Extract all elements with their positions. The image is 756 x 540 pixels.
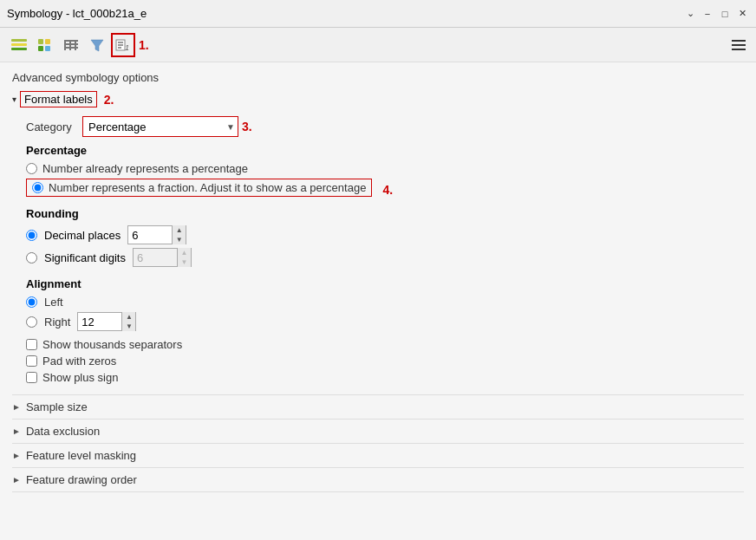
maximize-button[interactable]: □ [718,7,732,21]
percentage-title: Percentage [26,144,744,157]
categories-icon-button[interactable] [33,33,57,57]
data-exclusion-section[interactable]: ► Data exclusion [12,419,744,443]
decimal-places-row: Decimal places ▲ ▼ [12,225,744,244]
feature-drawing-label: Feature drawing order [26,473,137,486]
format-labels-toggle[interactable]: ▾ [12,94,16,104]
window-controls: ⌄ − □ ✕ [683,7,749,21]
feature-drawing-section[interactable]: ► Feature drawing order [12,467,744,492]
format-labels-section: ▾ Format labels 2. [12,91,744,107]
decimal-places-radio[interactable] [26,230,37,241]
decimal-places-input[interactable] [128,226,172,244]
hamburger-icon [732,49,746,50]
percentage-section: Percentage Number already represents a p… [26,144,744,200]
alignment-section: Alignment Left Right ▲ ▼ [26,277,744,331]
toolbar: 1 1. [0,28,756,62]
filter-icon [88,36,107,55]
feature-masking-label: Feature level masking [26,449,136,462]
significant-digits-spinbox: ▲ ▼ [133,248,192,267]
svg-rect-6 [45,46,50,51]
filter-icon-button[interactable] [85,33,109,57]
percentage-option2-wrapper: Number represents a fraction. Adjust it … [26,179,744,200]
percentage-option2-radio[interactable] [32,182,43,193]
layer-icon [10,36,29,55]
alignment-right-spinbox: ▲ ▼ [77,312,136,331]
sample-size-chevron: ► [12,402,21,412]
step-4-label: 4. [382,183,393,197]
pad-with-zeros-row: Pad with zeros [12,355,744,368]
grid-icon-button[interactable] [59,33,83,57]
significant-digits-radio[interactable] [26,252,37,263]
rounding-section: Rounding Decimal places ▲ ▼ Significant … [12,207,744,267]
format-icon-button[interactable]: 1 [111,33,135,57]
main-content: Advanced symbology options ▾ Format labe… [0,62,756,540]
show-thousands-row: Show thousands separators [12,338,744,351]
alignment-right-spinners: ▲ ▼ [121,312,135,331]
show-thousands-checkbox[interactable] [26,339,37,350]
show-plus-sign-row: Show plus sign [12,371,744,384]
alignment-title: Alignment [26,277,744,290]
sample-size-section[interactable]: ► Sample size [12,394,744,419]
format-label-icon: 1 [114,36,133,55]
svg-marker-13 [91,40,103,51]
show-thousands-label: Show thousands separators [42,338,182,351]
decimal-places-down-button[interactable]: ▼ [172,235,186,244]
show-plus-sign-label: Show plus sign [42,371,118,384]
alignment-right-label: Right [44,316,70,329]
svg-rect-3 [38,39,43,44]
category-select[interactable]: Percentage Number Currency Scientific [82,116,238,137]
decimal-places-label: Decimal places [44,229,121,242]
hamburger-icon [732,40,746,42]
minimize-button[interactable]: − [701,7,714,21]
feature-masking-chevron: ► [12,451,21,460]
title-bar: Symbology - lct_000b21a_e ⌄ − □ ✕ [0,0,756,28]
alignment-right-row: Right ▲ ▼ [26,312,744,331]
pad-with-zeros-checkbox[interactable] [26,355,37,367]
alignment-left-radio[interactable] [26,296,37,308]
menu-button[interactable] [728,35,749,55]
rounding-title: Rounding [12,207,744,220]
layer-icon-button[interactable] [7,33,31,57]
significant-digits-down-button: ▼ [177,257,191,267]
significant-digits-up-button: ▲ [177,248,191,257]
percentage-option1-row: Number already represents a percentage [26,162,744,175]
grid-icon [62,36,81,55]
decimal-places-up-button[interactable]: ▲ [172,225,186,235]
category-row: Category Percentage Number Currency Scie… [12,116,744,137]
alignment-left-row: Left [26,296,744,309]
alignment-right-up-button[interactable]: ▲ [121,312,135,322]
percentage-option1-label: Number already represents a percentage [42,162,248,175]
percentage-option1-radio[interactable] [26,163,37,174]
alignment-left-label: Left [44,296,63,309]
sample-size-label: Sample size [26,400,88,413]
data-exclusion-label: Data exclusion [26,425,100,438]
pad-with-zeros-label: Pad with zeros [42,355,116,368]
percentage-option2-row: Number represents a fraction. Adjust it … [26,179,372,197]
format-labels-title[interactable]: Format labels [20,91,97,107]
close-button[interactable]: ✕ [735,7,749,21]
collapsible-sections: ► Sample size ► Data exclusion ► Feature… [12,394,744,492]
svg-rect-12 [75,40,76,50]
alignment-right-input[interactable] [78,313,121,330]
significant-digits-label: Significant digits [44,251,126,264]
svg-text:1: 1 [125,43,129,52]
step-1-label: 1. [139,38,149,52]
decimal-places-spinners: ▲ ▼ [172,225,186,244]
hamburger-icon [732,44,746,46]
svg-rect-0 [11,39,27,42]
step-2-label: 2. [104,93,114,107]
alignment-right-radio[interactable] [26,316,37,328]
svg-rect-2 [11,48,27,50]
chevron-down-icon[interactable]: ⌄ [683,7,697,21]
decimal-places-spinbox: ▲ ▼ [127,225,186,244]
advanced-label: Advanced symbology options [12,71,744,84]
categories-icon [36,36,55,55]
data-exclusion-chevron: ► [12,426,21,436]
feature-masking-section[interactable]: ► Feature level masking [12,443,744,467]
svg-rect-10 [64,40,66,50]
show-plus-sign-checkbox[interactable] [26,372,37,383]
significant-digits-input [134,249,177,266]
svg-rect-11 [69,40,71,50]
step-3-label: 3. [242,120,252,133]
alignment-right-down-button[interactable]: ▼ [121,322,135,331]
category-label: Category [26,120,82,133]
